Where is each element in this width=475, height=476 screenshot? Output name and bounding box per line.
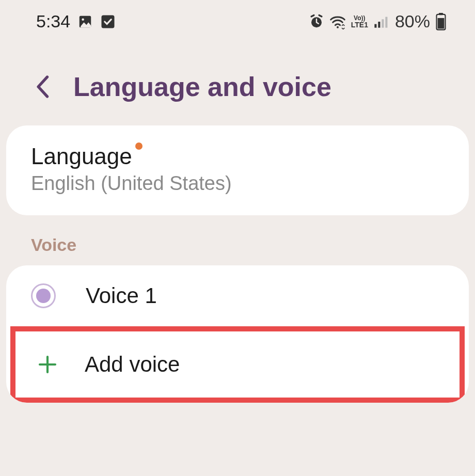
wifi-icon (329, 14, 346, 29)
page-title: Language and voice (73, 71, 331, 102)
battery-icon (435, 13, 447, 30)
language-label: Language (31, 144, 132, 169)
svg-rect-6 (378, 22, 380, 28)
svg-rect-11 (438, 18, 445, 28)
status-bar: 5:34 (0, 0, 475, 43)
notification-dot-icon (135, 142, 142, 150)
status-left: 5:34 (36, 11, 116, 31)
svg-rect-8 (385, 17, 387, 27)
battery-percent: 80% (395, 11, 430, 31)
page-header: Language and voice (0, 43, 475, 125)
svg-point-4 (337, 26, 339, 28)
language-label-wrap: Language (31, 144, 132, 169)
svg-point-1 (82, 18, 85, 21)
highlight-annotation: Add voice (10, 326, 465, 403)
voice-section-label: Voice (0, 215, 475, 265)
svg-rect-2 (102, 15, 115, 28)
image-icon (77, 14, 93, 29)
voice-card: Voice 1 Add voice (6, 265, 469, 403)
radio-selected-icon (31, 283, 56, 308)
checkbox-icon (100, 14, 116, 29)
chevron-left-icon (35, 75, 50, 98)
language-card[interactable]: Language English (United States) (6, 125, 469, 215)
svg-rect-5 (374, 24, 376, 27)
plus-icon (36, 353, 59, 376)
svg-rect-7 (382, 19, 384, 27)
signal-icon (373, 14, 388, 29)
language-value: English (United States) (31, 172, 444, 195)
volte-icon: Vo)) LTE1 (351, 15, 368, 28)
add-voice-row[interactable]: Add voice (15, 331, 460, 398)
back-button[interactable] (32, 74, 53, 100)
add-voice-label: Add voice (85, 352, 180, 377)
status-right: Vo)) LTE1 80% (309, 11, 447, 31)
voice-option-row[interactable]: Voice 1 (6, 265, 469, 326)
status-time: 5:34 (36, 11, 70, 31)
voice-option-label: Voice 1 (86, 283, 157, 308)
alarm-icon (309, 14, 324, 29)
